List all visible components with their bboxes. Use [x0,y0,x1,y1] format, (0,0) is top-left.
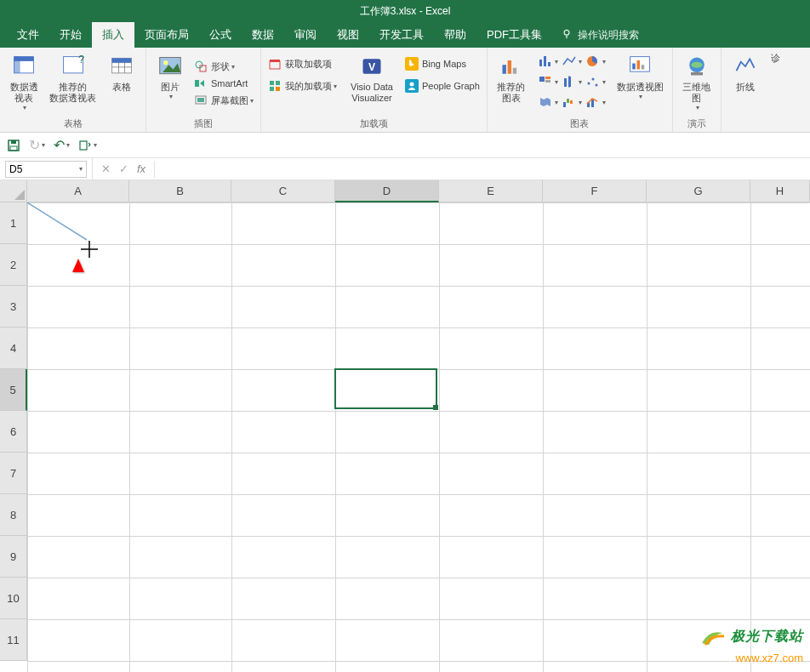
column-header-H[interactable]: H [750,180,810,202]
title-bar: 工作簿3.xlsx - Excel [0,0,810,22]
statistic-chart-icon[interactable]: ▾ [561,73,583,90]
column-header-F[interactable]: F [543,180,647,202]
row-header-9[interactable]: 9 [0,536,27,578]
row-header-4[interactable]: 4 [0,327,27,369]
line-chart-icon[interactable]: ▾ [561,53,583,70]
tab-帮助[interactable]: 帮助 [434,22,476,48]
svg-rect-40 [545,77,550,79]
touch-mode-button[interactable]: ▾ [78,139,97,152]
row-header-5[interactable]: 5 [0,369,27,411]
tell-me-search[interactable]: 操作说明搜索 [561,28,639,43]
svg-rect-41 [545,80,550,83]
bing-icon [405,57,419,71]
3d-map-button[interactable]: 三维地 图 ▾ [678,51,716,116]
globe-icon [683,53,710,80]
screenshot-button[interactable]: 屏幕截图▾ [192,93,255,108]
cells-area[interactable] [27,202,810,672]
svg-rect-17 [195,80,199,87]
row-header-1[interactable]: 1 [0,202,27,244]
addins-icon [268,79,282,93]
tab-文件[interactable]: 文件 [7,22,49,48]
select-all-corner[interactable] [0,180,27,202]
column-header-D[interactable]: D [335,180,439,202]
pie-chart-icon[interactable]: ▾ [585,53,607,70]
people-icon [405,79,419,93]
tab-审阅[interactable]: 审阅 [284,22,327,48]
recommended-pivot-icon: ? [60,53,87,80]
redo-button[interactable]: ↻▾ [29,137,45,153]
row-header-7[interactable]: 7 [0,453,27,494]
column-header-E[interactable]: E [439,180,543,202]
save-button[interactable] [7,139,20,152]
row-header-3[interactable]: 3 [0,286,27,327]
tab-插入[interactable]: 插入 [92,22,134,48]
spreadsheet-grid[interactable]: ABCDEFGH 1234567891011 [0,180,810,672]
tab-视图[interactable]: 视图 [327,22,369,48]
tab-开发工具[interactable]: 开发工具 [369,22,434,48]
tab-公式[interactable]: 公式 [199,22,242,48]
svg-rect-55 [637,60,641,70]
ribbon-group-tables: 数据透 视表 ▾ ? 推荐的 数据透视表 表格 表格 [0,48,146,132]
get-addins-button[interactable]: 获取加载项 [266,56,339,71]
hierarchy-chart-icon[interactable]: ▾ [537,73,559,90]
my-addins-button[interactable]: 我的加载项▾ [266,78,339,94]
column-header-G[interactable]: G [647,180,750,202]
watermark-icon [697,624,727,650]
active-cell[interactable] [334,368,437,409]
shapes-button[interactable]: 形状▾ [192,59,255,74]
svg-rect-52 [591,100,594,107]
undo-button[interactable]: ↶▾ [54,137,70,153]
svg-point-15 [196,61,202,68]
table-button[interactable]: 表格 [103,51,140,116]
smartart-button[interactable]: SmartArt [192,76,255,91]
map-chart-icon[interactable]: ▾ [537,94,559,111]
row-header-8[interactable]: 8 [0,494,27,536]
bing-maps-button[interactable]: Bing Maps [403,56,482,71]
name-box[interactable]: D5 ▾ [5,161,87,178]
tab-页面布局[interactable]: 页面布局 [134,22,199,48]
visio-button[interactable]: V Visio Data Visualizer [347,51,396,116]
people-graph-button[interactable]: People Graph [403,78,482,94]
row-header-6[interactable]: 6 [0,411,27,453]
svg-rect-35 [539,60,542,66]
fx-icon[interactable]: fx [137,162,145,175]
tab-数据[interactable]: 数据 [242,22,284,48]
svg-point-13 [163,60,168,65]
formula-bar[interactable] [154,161,810,178]
svg-text:?: ? [78,54,84,65]
enter-icon[interactable]: ✓ [119,162,128,175]
row-header-10[interactable]: 10 [0,578,27,619]
shapes-icon [194,60,208,73]
combo-chart-icon[interactable]: ▾ [585,94,607,111]
scatter-chart-icon[interactable]: ▾ [585,73,607,90]
more-button[interactable]: 诊 [767,51,784,118]
group-label-tables: 表格 [5,116,140,130]
svg-rect-3 [14,57,20,73]
cancel-icon[interactable]: ✕ [101,162,111,175]
pivot-table-button[interactable]: 数据透 视表 ▾ [5,51,43,116]
column-header-B[interactable]: B [129,180,231,202]
dropdown-icon: ▾ [23,104,26,111]
recommended-pivot-button[interactable]: ? 推荐的 数据透视表 [46,51,100,116]
ribbon-group-charts: 推荐的 图表 ▾ ▾ ▾ ▾ ▾ ▾ ▾ ▾ ▾ 数据透视图 ▾ 图表 [488,48,673,132]
row-header-2[interactable]: 2 [0,244,27,286]
dropdown-icon: ▾ [79,165,83,173]
pivot-chart-button[interactable]: 数据透视图 ▾ [613,51,667,116]
svg-rect-48 [563,102,566,107]
pictures-button[interactable]: 图片 ▾ [151,51,189,116]
column-chart-icon[interactable]: ▾ [537,53,559,70]
watermark: 极光下载站 www.xz7.com [697,624,803,665]
picture-icon [157,53,184,80]
sparkline-line-button[interactable]: 折线 [727,51,764,118]
smartart-icon [194,77,208,90]
svg-rect-42 [564,78,567,87]
column-header-C[interactable]: C [231,180,335,202]
recommended-charts-button[interactable]: 推荐的 图表 [493,51,530,116]
waterfall-chart-icon[interactable]: ▾ [561,94,583,111]
tab-开始[interactable]: 开始 [49,22,92,48]
svg-rect-32 [502,65,505,74]
tab-PDF工具集[interactable]: PDF工具集 [476,22,552,48]
row-header-11[interactable]: 11 [0,619,27,661]
table-icon [108,53,135,80]
column-header-A[interactable]: A [27,180,129,202]
